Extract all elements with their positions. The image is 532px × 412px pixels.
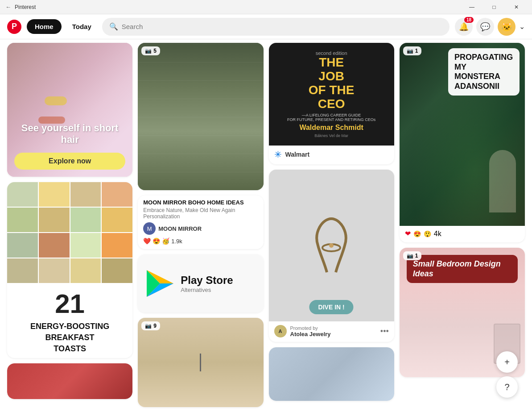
promoted-info: Promoted by Atolea Jewelry — [290, 325, 331, 337]
book-title-line2: JOB — [318, 70, 344, 83]
toast-label1: BREAKFAST — [11, 332, 129, 343]
pin-card-short-hair[interactable]: See yourself in short hair Explore now — [7, 43, 132, 177]
window-title: Pinterest — [15, 4, 36, 10]
camera-icon-4: 📷 — [407, 253, 413, 259]
notifications-button[interactable]: 🔔 18 — [455, 18, 473, 36]
toast-label2: TOASTS — [11, 343, 129, 354]
bedroom-title: Small Bedroom Design Ideas — [413, 259, 501, 278]
book-title-line1: THE — [319, 56, 344, 70]
book-image: second edition THE JOB OF THE CEO —A LIF… — [269, 43, 394, 146]
maximize-button[interactable]: □ — [484, 0, 504, 14]
play-store-logo — [147, 270, 173, 297]
boho-author: M MOON MIRROR — [143, 222, 258, 235]
party-emoji: 🥳 — [162, 237, 169, 245]
promoted-left: A Promoted by Atolea Jewelry — [274, 325, 331, 337]
pin-card-monstera[interactable]: PROPAGATING MY MONSTERA ADANSONII 📷 1 ❤ … — [400, 43, 525, 242]
boho-title: MOON MIRROR BOHO HOME IDEAS — [143, 199, 258, 206]
smile-emoji: 😍 — [153, 237, 160, 245]
user-avatar[interactable]: 🐱 — [498, 18, 516, 36]
monstera-label: PROPAGATING MY MONSTERA ADANSONII — [448, 48, 520, 96]
pinterest-logo[interactable]: P — [7, 20, 21, 34]
pin-count: 5 — [153, 48, 157, 54]
search-input[interactable] — [122, 23, 442, 30]
chandelier-count: 9 — [153, 323, 157, 329]
book-subtitle: —A LIFELONG CAREER GUIDEFOR FUTURE, PRES… — [287, 113, 375, 122]
column-2: 📷 5 MOON MIRROR BOHO HOME IDEAS Embrace … — [138, 43, 263, 407]
nav-bar: P Home Today 🔍 🔔 18 💬 🐱 ⌄ — [0, 14, 532, 39]
column-1: See yourself in short hair Explore now — [7, 43, 132, 407]
toast-cell — [70, 182, 101, 207]
book-title-line4: CEO — [318, 97, 345, 111]
pin-card-red[interactable] — [7, 363, 132, 399]
pin-card-ceo-book[interactable]: second edition THE JOB OF THE CEO —A LIF… — [269, 43, 394, 164]
promoted-shop-name: Atolea Jewelry — [290, 331, 331, 337]
pin-card-ring[interactable]: DIVE IN ! A Promoted by Atolea Jewelry •… — [269, 170, 394, 342]
monstera-reactions: ❤ 😍 😲 4k — [400, 226, 525, 242]
toast-cell — [102, 208, 132, 232]
fab-help-button[interactable]: ? — [496, 376, 518, 398]
toast-cell — [7, 208, 38, 232]
promoted-avatar: A — [274, 325, 287, 337]
nav-right: 🔔 18 💬 🐱 ⌄ — [455, 18, 525, 36]
heart-icon: ❤ — [405, 229, 411, 238]
dive-in-button[interactable]: DIVE IN ! — [309, 300, 354, 314]
monstera-count: 1 — [415, 48, 418, 54]
pin-card-bedroom3[interactable] — [269, 347, 394, 401]
title-bar: ← Pinterest — □ ✕ — [0, 0, 532, 14]
camera-icon-3: 📷 — [407, 48, 413, 54]
toast-cell — [39, 258, 70, 283]
toast-cell — [7, 258, 38, 283]
search-bar[interactable]: 🔍 — [102, 18, 450, 36]
pin-card-breakfast-toasts[interactable]: 21 ENERGY-BOOSTING BREAKFAST TOASTS — [7, 182, 132, 358]
promoted-footer: A Promoted by Atolea Jewelry ••• — [269, 321, 394, 342]
explore-now-button[interactable]: Explore now — [14, 153, 125, 170]
minimize-button[interactable]: — — [462, 0, 482, 14]
pin-count-badge: 📷 5 — [141, 46, 160, 55]
fab-container: + ? — [496, 351, 518, 398]
toasts-grid — [7, 182, 132, 283]
toast-cell — [70, 233, 101, 258]
chevron-down-icon[interactable]: ⌄ — [519, 22, 525, 31]
toast-number: 21 — [11, 287, 129, 321]
column-3: second edition THE JOB OF THE CEO —A LIF… — [269, 43, 394, 407]
bedroom-count-badge: 📷 1 — [403, 251, 422, 260]
toast-cell — [70, 208, 101, 232]
boho-reactions: ❤️ 😍 🥳 1.9k — [143, 237, 258, 245]
playstore-subtitle: Alternatives — [181, 287, 233, 293]
toast-cell — [102, 233, 132, 258]
book-title-line3: OF THE — [309, 83, 355, 97]
smile-emoji-2: 😍 — [413, 230, 421, 237]
today-button[interactable]: Today — [67, 19, 97, 34]
pin-card-plants[interactable]: 📷 5 — [138, 43, 263, 190]
bedroom-label: Small Bedroom Design Ideas — [407, 255, 518, 283]
boho-author-name: MOON MIRROR — [158, 225, 202, 232]
boho-reaction-count: 1.9k — [171, 238, 182, 245]
monstera-count-badge: 📷 1 — [403, 46, 422, 55]
search-icon: 🔍 — [109, 22, 118, 31]
ring-image: DIVE IN ! — [269, 170, 394, 321]
window-controls: — □ ✕ — [462, 0, 527, 14]
pin-card-chandelier[interactable]: 📷 9 — [138, 318, 263, 407]
back-icon[interactable]: ← — [5, 4, 11, 10]
pin-card-playstore[interactable]: Play Store Alternatives — [138, 254, 263, 312]
toast-cell — [7, 233, 38, 258]
boho-author-avatar: M — [143, 222, 156, 235]
main-content: See yourself in short hair Explore now — [0, 39, 532, 412]
home-button[interactable]: Home — [27, 19, 62, 34]
pin-card-boho[interactable]: MOON MIRROR BOHO HOME IDEAS Embrace Natu… — [138, 196, 263, 249]
chat-button[interactable]: 💬 — [476, 18, 494, 36]
camera-icon: 📷 — [145, 48, 152, 54]
svg-point-5 — [329, 243, 334, 248]
playstore-content: Play Store Alternatives — [138, 254, 263, 312]
boho-subtitle: Embrace Nature, Make Old New Again Perso… — [143, 207, 258, 220]
walmart-logo: ✳ — [274, 149, 282, 160]
toast-text-section: 21 ENERGY-BOOSTING BREAKFAST TOASTS — [7, 283, 132, 358]
toast-cell — [102, 182, 132, 207]
monstera-title: PROPAGATING MY MONSTERA ADANSONII — [454, 53, 513, 91]
close-button[interactable]: ✕ — [506, 0, 527, 14]
more-options-button[interactable]: ••• — [380, 327, 389, 336]
boho-footer: MOON MIRROR BOHO HOME IDEAS Embrace Natu… — [138, 196, 263, 249]
fab-plus-button[interactable]: + — [496, 351, 518, 373]
playstore-name: Play Store — [181, 274, 233, 287]
notification-badge: 18 — [464, 17, 474, 23]
